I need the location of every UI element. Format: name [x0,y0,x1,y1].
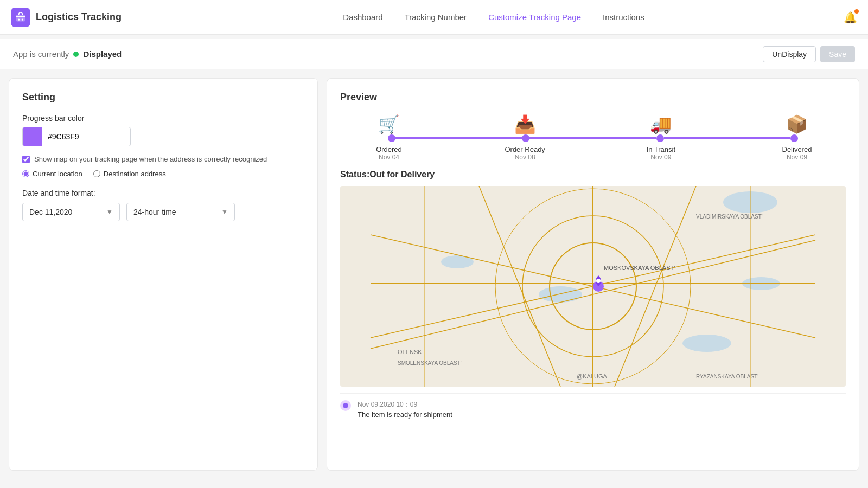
label-delivered-name: Delivered [775,145,819,153]
svg-point-28 [596,279,601,283]
nav-instructions[interactable]: Instructions [603,12,644,22]
label-in-transit: In Transit Nov 09 [639,145,682,161]
notification-bell[interactable]: 🔔 [844,11,857,24]
time-format-select[interactable]: 24-hour time ▼ [126,203,235,221]
map-checkbox[interactable] [22,156,30,163]
label-order-ready: Order Ready Nov 08 [503,145,547,161]
timeline-time: Nov 09,2020 10：09 [358,400,452,409]
tracker-bar-row [340,134,846,142]
save-button[interactable]: Save [820,46,855,62]
svg-text:@KALUGA: @KALUGA [577,373,607,380]
bar-1 [395,137,522,139]
logo: Logistics Tracking [11,8,152,27]
label-ordered: Ordered Nov 04 [367,145,411,161]
bar-2 [529,137,656,139]
tracker-icons-row: 🛒 📥 🚚 📦 [340,114,846,134]
step-delivered-icon: 📦 [775,114,819,134]
label-order-ready-name: Order Ready [503,145,547,153]
nav-tracking-number[interactable]: Tracking Number [405,12,467,22]
svg-point-2 [22,18,23,20]
svg-text:OLENSK: OLENSK [398,349,422,355]
step-in-transit-icon: 🚚 [639,114,682,134]
dot-4 [790,134,798,142]
preview-title: Preview [340,92,846,103]
label-in-transit-name: In Transit [639,145,682,153]
main-nav: Dashboard Tracking Number Customize Trac… [152,12,835,22]
svg-text:SMOLENSKAYA OBLAST': SMOLENSKAYA OBLAST' [398,360,462,366]
preview-panel: Preview 🛒 📥 🚚 📦 [327,78,859,471]
radio-destination: Destination address [93,170,166,178]
app-title: Logistics Tracking [36,11,122,23]
delivery-status: Status:Out for Delivery [340,170,846,179]
time-select-arrow: ▼ [221,208,228,216]
label-ordered-name: Ordered [367,145,411,153]
datetime-row: Dec 11,2020 ▼ 24-hour time ▼ [22,203,304,221]
status-prefix: App is currently [13,49,69,59]
step-in-transit: 🚚 [639,114,682,134]
radio-current-input[interactable] [22,170,29,177]
datetime-label: Date and time format: [22,189,304,197]
bar-3 [664,137,790,139]
timeline-text: Nov 09,2020 10：09 The item is ready for … [358,400,452,419]
main-content: Setting Progress bar color #9C63F9 Show … [0,69,868,479]
svg-point-8 [682,335,731,352]
checkbox-row: Show map on your tracking page when the … [22,155,304,163]
header-right: 🔔 [835,11,857,24]
tracker-labels-row: Ordered Nov 04 Order Ready Nov 08 In Tra… [340,145,846,161]
header: Logistics Tracking Dashboard Tracking Nu… [0,0,868,35]
label-order-ready-date: Nov 08 [503,153,547,161]
nav-customize[interactable]: Customize Tracking Page [488,12,581,22]
color-label: Progress bar color [22,114,304,123]
settings-panel: Setting Progress bar color #9C63F9 Show … [9,78,318,471]
settings-title: Setting [22,92,304,103]
date-format-select[interactable]: Dec 11,2020 ▼ [22,203,120,221]
svg-text:MOSKOVSKAYA OBLAST': MOSKOVSKAYA OBLAST' [604,265,675,271]
status-actions: UnDisplay Save [763,46,855,62]
timeline-entry: Nov 09,2020 10：09 The item is ready for … [340,393,846,419]
color-input-row: #9C63F9 [22,127,131,146]
svg-point-6 [539,286,582,303]
nav-dashboard[interactable]: Dashboard [343,12,382,22]
undisplay-button[interactable]: UnDisplay [763,46,816,62]
status-bar: App is currently Displayed UnDisplay Sav… [0,39,868,69]
date-select-arrow: ▼ [106,208,113,216]
step-order-ready: 📥 [503,114,547,134]
svg-point-1 [18,18,20,20]
radio-destination-input[interactable] [93,170,100,177]
map-svg: MOSKOVSKAYA OBLAST' VLADIMIRSKAYA OBLAST… [340,186,846,387]
timeline-dot [340,400,351,411]
step-order-ready-icon: 📥 [503,114,547,134]
map-checkbox-label: Show map on your tracking page when the … [34,155,267,163]
label-delivered-date: Nov 09 [775,153,819,161]
label-delivered: Delivered Nov 09 [775,145,819,161]
svg-text:VLADIMIRSKAYA OBLAST': VLADIMIRSKAYA OBLAST' [696,214,763,220]
status-left: App is currently Displayed [13,49,122,59]
color-input[interactable]: #9C63F9 [42,132,130,141]
step-delivered: 📦 [775,114,819,134]
dot-1 [388,134,395,142]
step-ordered-icon: 🛒 [367,114,411,134]
notification-badge [854,9,859,14]
label-ordered-date: Nov 04 [367,153,411,161]
dot-3 [656,134,664,142]
status-dot [73,52,79,57]
logo-icon [11,8,30,27]
status-value: Displayed [83,49,122,59]
timeline-desc: The item is ready for shipment [358,410,452,419]
dot-2 [522,134,529,142]
timeline-dot-inner [343,403,348,408]
color-swatch[interactable] [23,127,42,146]
radio-row: Current location Destination address [22,170,304,178]
radio-current: Current location [22,170,82,178]
svg-text:RYAZANSKAYA OBLAST': RYAZANSKAYA OBLAST' [696,374,758,380]
step-ordered: 🛒 [367,114,411,134]
map-container: MOSKOVSKAYA OBLAST' VLADIMIRSKAYA OBLAST… [340,186,846,387]
label-in-transit-date: Nov 09 [639,153,682,161]
radio-destination-label: Destination address [104,170,166,178]
radio-current-label: Current location [33,170,82,178]
